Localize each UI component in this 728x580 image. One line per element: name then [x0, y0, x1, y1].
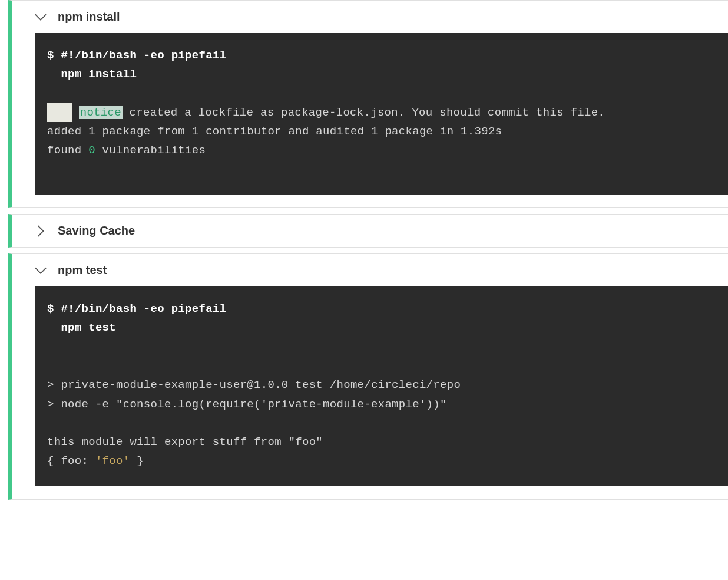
terminal-line: $ #!/bin/bash -eo pipefail	[47, 299, 716, 318]
step-title: npm install	[58, 10, 120, 24]
terminal-shebang-text: #!/bin/bash -eo pipefail	[61, 49, 226, 62]
step-header[interactable]: npm install	[12, 1, 728, 33]
terminal-output: $ #!/bin/bash -eo pipefail npm install n…	[35, 33, 728, 195]
terminal-line-added: added 1 package from 1 contributor and a…	[47, 122, 716, 141]
terminal-notice-rest: created a lockfile as package-lock.json.…	[123, 106, 605, 119]
terminal-line-found: found 0 vulnerabilities	[47, 141, 716, 160]
terminal-found-a: found	[47, 144, 88, 157]
terminal-output: $ #!/bin/bash -eo pipefail npm test > pr…	[35, 286, 728, 486]
terminal-line-node: > node -e "console.log(require('private-…	[47, 395, 716, 414]
terminal-line-notice: notice created a lockfile as package-loc…	[47, 103, 716, 122]
terminal-line-pkg: > private-module-example-user@1.0.0 test…	[47, 375, 716, 394]
terminal-obj-b: }	[130, 454, 143, 467]
step-body: $ #!/bin/bash -eo pipefail npm install n…	[12, 33, 728, 207]
step-title: npm test	[58, 263, 107, 277]
terminal-command: npm install	[47, 65, 716, 84]
terminal-command: npm test	[47, 318, 716, 337]
terminal-found-zero: 0	[88, 144, 95, 157]
terminal-prompt: $	[47, 49, 54, 62]
terminal-prompt: $	[47, 302, 54, 315]
terminal-line-obj: { foo: 'foo' }	[47, 452, 716, 470]
step-header[interactable]: npm test	[12, 254, 728, 286]
step-npm-test: npm test $ #!/bin/bash -eo pipefail npm …	[8, 253, 728, 500]
step-saving-cache: Saving Cache	[8, 214, 728, 248]
step-npm-install: npm install $ #!/bin/bash -eo pipefail n…	[8, 0, 728, 208]
chevron-down-icon	[34, 11, 47, 24]
terminal-line-export: this module will export stuff from "foo"	[47, 433, 716, 452]
chevron-down-icon	[34, 264, 47, 277]
terminal-obj-val: 'foo'	[95, 454, 130, 467]
terminal-found-b: vulnerabilities	[95, 144, 206, 157]
step-header[interactable]: Saving Cache	[12, 215, 728, 247]
chevron-right-icon	[34, 225, 47, 238]
terminal-shebang-text: #!/bin/bash -eo pipefail	[61, 302, 226, 315]
terminal-shebang	[54, 49, 61, 62]
terminal-blank	[47, 357, 716, 375]
terminal-blank	[47, 84, 716, 103]
terminal-line: $ #!/bin/bash -eo pipefail	[47, 46, 716, 65]
step-body: $ #!/bin/bash -eo pipefail npm test > pr…	[12, 286, 728, 499]
terminal-blank	[47, 338, 716, 357]
terminal-notice-pre	[47, 103, 72, 122]
terminal-obj-a: { foo:	[47, 454, 95, 467]
terminal-notice-label: notice	[79, 106, 123, 119]
terminal-blank	[47, 414, 716, 433]
terminal-blank	[47, 160, 716, 179]
step-title: Saving Cache	[58, 224, 135, 238]
